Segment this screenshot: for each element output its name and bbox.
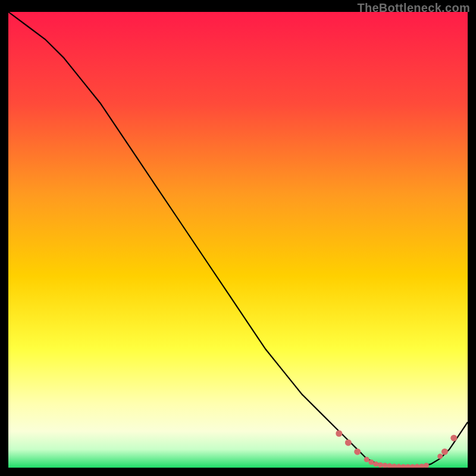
optimal-dot xyxy=(354,449,361,455)
optimal-dot xyxy=(437,453,443,459)
plot-area xyxy=(8,12,468,468)
optimal-dot xyxy=(368,459,374,465)
optimal-dot xyxy=(441,449,448,455)
bottleneck-chart-svg xyxy=(8,12,468,468)
optimal-dot xyxy=(378,462,383,468)
optimal-dot xyxy=(345,439,352,446)
optimal-dot xyxy=(450,435,457,441)
gradient-background xyxy=(8,12,468,468)
optimal-dot xyxy=(373,461,378,466)
chart-frame: TheBottleneck.com xyxy=(0,0,476,476)
optimal-dot xyxy=(336,430,342,437)
optimal-dot xyxy=(364,457,369,462)
